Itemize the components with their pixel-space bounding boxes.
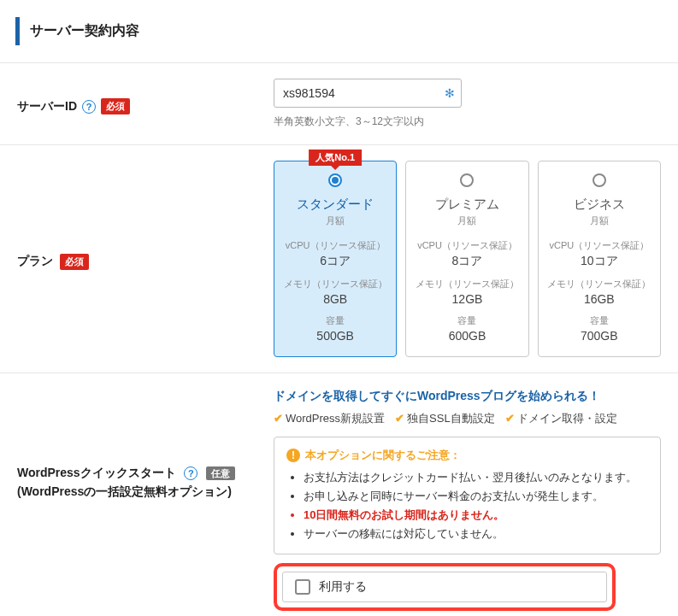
row-server-id: サーバーID ? 必須 ✻ 半角英数小文字、3～12文字以内	[0, 62, 678, 144]
plan-field: 人気No.1スタンダード月額vCPU（リソース保証）6コアメモリ（リソース保証）…	[274, 161, 661, 357]
row-wordpress: WordPressクイックスタート ? 任意 (WordPressの一括設定無料…	[0, 373, 678, 616]
wp-use-checkbox-row[interactable]: 利用する	[282, 572, 607, 602]
plan-spec-value: 700GB	[545, 329, 653, 343]
plan-spec-label: 容量	[281, 314, 389, 327]
wp-notice-item: サーバーの移転には対応していません。	[304, 525, 648, 543]
wp-feature-item: ✔独自SSL自動設定	[395, 412, 495, 425]
required-badge: 必須	[101, 98, 130, 114]
wp-feature-item: ✔WordPress新規設置	[274, 412, 385, 425]
plan-spec-value: 500GB	[281, 329, 389, 343]
required-badge: 必須	[60, 254, 89, 270]
plan-label-text: プラン	[17, 254, 53, 269]
plan-spec-value: 8GB	[281, 292, 389, 306]
check-icon: ✔	[505, 412, 515, 425]
plan-spec-value: 6コア	[281, 254, 389, 269]
plan-spec-label: vCPU（リソース保証）	[545, 239, 653, 252]
plan-name: ビジネス	[545, 197, 653, 213]
wp-notice-item: お申し込みと同時にサーバー料金のお支払いが発生します。	[304, 487, 648, 506]
plan-spec-value: 8コア	[413, 254, 521, 269]
optional-badge: 任意	[206, 466, 235, 480]
wp-feature-item: ✔ドメイン取得・設定	[505, 412, 617, 425]
row-plan: プラン 必須 人気No.1スタンダード月額vCPU（リソース保証）6コアメモリ（…	[0, 144, 678, 373]
plan-spec-label: メモリ（リソース保証）	[545, 278, 653, 290]
wp-notice-item: お支払方法はクレジットカード払い・翌月後払いのみとなります。	[304, 468, 648, 487]
label-server-id: サーバーID ? 必須	[17, 79, 274, 129]
wp-notice-item: 10日間無料のお試し期間はありません。	[304, 506, 648, 525]
plan-per-month: 月額	[413, 214, 521, 227]
server-id-label-text: サーバーID	[17, 99, 77, 114]
wp-sublabel: (WordPressの一括設定無料オプション)	[17, 484, 274, 500]
wp-notice-title: !本オプションに関するご注意：	[286, 448, 648, 463]
server-id-input[interactable]	[274, 79, 462, 108]
wp-label-text: WordPressクイックスタート	[17, 466, 176, 479]
loading-icon: ✻	[445, 86, 455, 100]
plan-spec-label: vCPU（リソース保証）	[413, 239, 521, 252]
label-plan: プラン 必須	[17, 161, 274, 357]
radio-icon[interactable]	[460, 173, 474, 187]
section-title: サーバー契約内容	[15, 17, 678, 45]
server-id-field: ✻ 半角英数小文字、3～12文字以内	[274, 79, 661, 129]
plan-per-month: 月額	[545, 214, 653, 227]
plan-option[interactable]: 人気No.1スタンダード月額vCPU（リソース保証）6コアメモリ（リソース保証）…	[274, 161, 397, 357]
help-icon[interactable]: ?	[184, 466, 198, 480]
wp-field: ドメインを取得してすぐにWordPressブログを始められる！ ✔WordPre…	[274, 389, 661, 611]
checkbox-icon[interactable]	[295, 579, 310, 595]
plan-spec-label: メモリ（リソース保証）	[413, 278, 521, 290]
wp-notice-title-text: 本オプションに関するご注意：	[305, 449, 461, 461]
plan-spec-value: 600GB	[413, 329, 521, 343]
plan-name: スタンダード	[281, 197, 389, 213]
popular-tag: 人気No.1	[309, 150, 362, 166]
plan-spec-value: 12GB	[413, 292, 521, 306]
plan-per-month: 月額	[281, 214, 389, 227]
warning-icon: !	[286, 449, 300, 462]
check-icon: ✔	[395, 412, 404, 425]
help-icon[interactable]: ?	[82, 100, 96, 114]
wp-heading: ドメインを取得してすぐにWordPressブログを始められる！	[274, 389, 661, 404]
plan-spec-value: 10コア	[545, 254, 653, 269]
radio-icon[interactable]	[328, 173, 342, 187]
plan-name: プレミアム	[413, 197, 521, 213]
plan-spec-value: 16GB	[545, 292, 653, 306]
plan-spec-label: 容量	[413, 314, 521, 327]
plan-spec-label: 容量	[545, 314, 653, 327]
check-icon: ✔	[274, 412, 283, 425]
plan-option[interactable]: ビジネス月額vCPU（リソース保証）10コアメモリ（リソース保証）16GB容量7…	[538, 161, 661, 357]
server-id-hint: 半角英数小文字、3～12文字以内	[274, 114, 661, 129]
wp-use-label: 利用する	[319, 579, 367, 595]
highlight-box: 利用する	[274, 563, 616, 611]
plan-spec-label: メモリ（リソース保証）	[281, 278, 389, 290]
radio-icon[interactable]	[593, 173, 606, 187]
wp-notice-box: !本オプションに関するご注意： お支払方法はクレジットカード払い・翌月後払いのみ…	[274, 437, 661, 554]
label-wordpress: WordPressクイックスタート ? 任意 (WordPressの一括設定無料…	[17, 389, 274, 611]
plan-option[interactable]: プレミアム月額vCPU（リソース保証）8コアメモリ（リソース保証）12GB容量6…	[405, 161, 528, 357]
plan-list: 人気No.1スタンダード月額vCPU（リソース保証）6コアメモリ（リソース保証）…	[274, 161, 661, 357]
wp-features: ✔WordPress新規設置✔独自SSL自動設定✔ドメイン取得・設定	[274, 411, 661, 426]
plan-spec-label: vCPU（リソース保証）	[281, 239, 389, 252]
wp-notice-list: お支払方法はクレジットカード払い・翌月後払いのみとなります。お申し込みと同時にサ…	[286, 468, 648, 543]
